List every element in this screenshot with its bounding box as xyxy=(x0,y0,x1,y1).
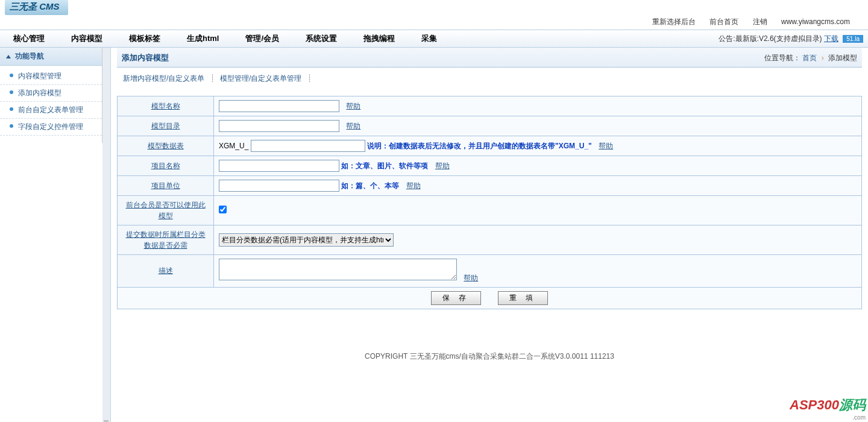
notice-text: 公告:最新版:V2.6(支持虚拟目录) xyxy=(719,34,822,43)
sidebar-title[interactable]: 功能导航 xyxy=(0,48,102,66)
link-logout[interactable]: 注销 xyxy=(753,17,767,26)
separator-icon: ┊ xyxy=(210,74,215,83)
input-item-name[interactable] xyxy=(219,160,339,172)
checkbox-front-use[interactable] xyxy=(219,206,227,213)
splitter[interactable] xyxy=(102,48,111,422)
model-form: 模型名称 帮助 模型目录 帮助 模型数据表 XGM_U_ 说明：创建数据表后 xyxy=(117,96,862,309)
help-item-unit[interactable]: 帮助 xyxy=(406,181,421,190)
help-dir[interactable]: 帮助 xyxy=(346,122,360,130)
item-unit-eg: 如：篇、个、本等 xyxy=(341,181,399,190)
sidebar: 功能导航 内容模型管理 添加内容模型 前台自定义表单管理 字段自定义控件管理 xyxy=(0,48,102,143)
link-reselect[interactable]: 重新选择后台 xyxy=(652,17,696,26)
triangle-up-icon xyxy=(6,55,11,58)
footer-copyright: COPYRIGHT 三无圣万能cms/自动聚合采集站群二合一系统V3.0.001… xyxy=(117,351,862,362)
crumb-home[interactable]: 首页 xyxy=(802,54,817,62)
chevron-right-icon: › xyxy=(822,54,824,62)
reset-button[interactable]: 重 填 xyxy=(498,291,548,305)
menu-drag[interactable]: 拖拽编程 xyxy=(350,30,408,48)
help-table[interactable]: 帮助 xyxy=(599,142,613,150)
help-item-name[interactable]: 帮助 xyxy=(435,162,450,170)
sidebar-item-model-manage[interactable]: 内容模型管理 xyxy=(0,68,102,85)
subnav-add[interactable]: 新增内容模型/自定义表单 xyxy=(123,74,204,83)
menu-member[interactable]: 管理/会员 xyxy=(232,30,292,48)
menu-template[interactable]: 模板标签 xyxy=(116,30,174,48)
label-table: 模型数据表 xyxy=(148,142,184,150)
sidebar-item-field-widget[interactable]: 字段自定义控件管理 xyxy=(0,119,102,136)
crumb-prefix: 位置导航： xyxy=(764,54,800,62)
input-model-name[interactable] xyxy=(219,100,339,112)
link-site[interactable]: www.yiwangcms.com xyxy=(781,17,850,26)
stat-badge: 51.la xyxy=(843,35,863,43)
separator-icon: ┊ xyxy=(307,74,312,83)
label-item-name: 项目名称 xyxy=(151,162,180,170)
save-button[interactable]: 保 存 xyxy=(431,291,481,305)
sidebar-item-front-form[interactable]: 前台自定义表单管理 xyxy=(0,102,102,119)
link-front[interactable]: 前台首页 xyxy=(709,17,738,26)
label-item-unit: 项目单位 xyxy=(151,181,180,190)
help-name[interactable]: 帮助 xyxy=(346,102,360,110)
breadcrumb: 位置导航： 首页 › 添加模型 xyxy=(764,53,857,63)
sidebar-item-add-model[interactable]: 添加内容模型 xyxy=(0,85,102,102)
menu-model[interactable]: 内容模型 xyxy=(58,30,116,48)
textarea-desc[interactable] xyxy=(219,259,457,280)
subnav-manage[interactable]: 模型管理/自定义表单管理 xyxy=(220,74,301,83)
crumb-leaf: 添加模型 xyxy=(828,54,857,62)
menu-settings[interactable]: 系统设置 xyxy=(292,30,350,48)
select-submit-need[interactable]: 栏目分类数据必需(适用于内容模型，并支持生成html) xyxy=(219,233,394,247)
input-model-dir[interactable] xyxy=(219,120,339,132)
table-note: 说明：创建数据表后无法修改，并且用户创建的数据表名带"XGM_U_" xyxy=(367,142,592,150)
top-links: 重新选择后台 前台首页 注销 www.yiwangcms.com xyxy=(0,13,868,30)
input-item-unit[interactable] xyxy=(219,180,339,192)
input-model-table[interactable] xyxy=(251,140,365,152)
menu-genhtml[interactable]: 生成html xyxy=(174,30,232,48)
item-name-eg: 如：文章、图片、软件等项 xyxy=(341,162,428,170)
brand-logo: 三无圣 CMS xyxy=(5,0,68,15)
page-title: 添加内容模型 xyxy=(122,52,169,63)
table-prefix: XGM_U_ xyxy=(219,142,248,150)
label-submit-need: 提交数据时所属栏目分类数据是否必需 xyxy=(126,230,206,250)
label-front-use: 前台会员是否可以使用此模型 xyxy=(126,201,206,220)
label-dir: 模型目录 xyxy=(151,122,180,130)
help-desc[interactable]: 帮助 xyxy=(464,274,478,282)
menu-core[interactable]: 核心管理 xyxy=(0,30,58,48)
sidebar-title-text: 功能导航 xyxy=(15,52,44,60)
main-menu: 核心管理 内容模型 模板标签 生成html 管理/会员 系统设置 拖拽编程 采集… xyxy=(0,30,868,48)
menu-collect[interactable]: 采集 xyxy=(408,30,450,48)
label-desc: 描述 xyxy=(159,266,173,275)
label-name: 模型名称 xyxy=(151,102,180,110)
notice-download[interactable]: 下载 xyxy=(824,34,838,43)
